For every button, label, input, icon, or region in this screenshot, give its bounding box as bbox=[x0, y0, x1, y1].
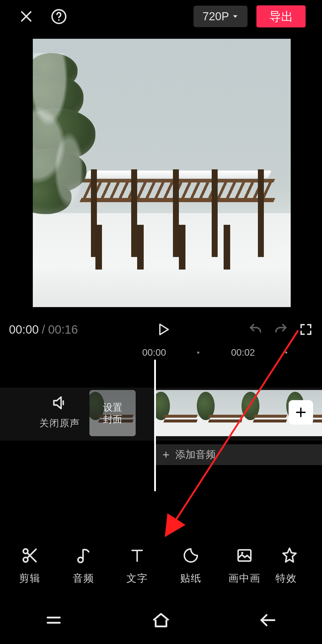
time-duration: 00:16 bbox=[48, 323, 78, 336]
redo-icon bbox=[273, 322, 288, 337]
text-icon bbox=[110, 545, 164, 566]
help-icon bbox=[51, 8, 67, 25]
tool-label: 特效 bbox=[271, 572, 301, 585]
back-icon bbox=[258, 610, 279, 631]
undo-icon bbox=[248, 322, 263, 337]
fullscreen-icon bbox=[299, 322, 313, 337]
close-button[interactable] bbox=[16, 7, 36, 26]
tool-label: 贴纸 bbox=[164, 572, 218, 585]
export-button[interactable]: 导出 bbox=[256, 5, 306, 27]
nav-menu-button[interactable] bbox=[43, 610, 64, 631]
tool-text[interactable]: 文字 bbox=[110, 545, 164, 585]
playhead[interactable] bbox=[154, 360, 156, 491]
nav-home-button[interactable] bbox=[150, 609, 172, 631]
svg-point-1 bbox=[58, 19, 60, 21]
plus-icon bbox=[295, 406, 307, 419]
tool-edit[interactable]: 剪辑 bbox=[3, 545, 57, 585]
nav-back-button[interactable] bbox=[258, 610, 279, 631]
tool-bar: 剪辑 音频 文字 贴纸 画中画 特效 bbox=[0, 535, 322, 595]
resolution-button[interactable]: 720P bbox=[193, 6, 247, 27]
tool-label: 文字 bbox=[110, 572, 164, 585]
system-nav-bar bbox=[0, 596, 322, 644]
star-icon bbox=[271, 545, 301, 566]
tool-sticker[interactable]: 贴纸 bbox=[164, 545, 218, 585]
ruler-tick: 00:02 bbox=[231, 347, 255, 358]
ruler-dot bbox=[197, 352, 199, 354]
undo-button[interactable] bbox=[248, 322, 263, 337]
timeline-area bbox=[0, 361, 322, 489]
close-icon bbox=[18, 9, 34, 24]
pip-icon bbox=[218, 545, 271, 566]
menu-icon bbox=[43, 610, 64, 631]
svg-point-6 bbox=[241, 552, 243, 554]
help-button[interactable] bbox=[49, 7, 69, 26]
tool-fx[interactable]: 特效 bbox=[271, 545, 301, 585]
preview-snow bbox=[33, 213, 291, 307]
top-bar: 720P 导出 bbox=[0, 0, 322, 33]
time-separator: / bbox=[42, 323, 45, 336]
chevron-down-icon bbox=[232, 13, 239, 20]
timeline-ruler[interactable]: 00:00 00:02 bbox=[0, 344, 322, 361]
export-label: 导出 bbox=[269, 8, 293, 25]
time-current: 00:00 bbox=[9, 323, 39, 336]
sticker-icon bbox=[164, 545, 218, 566]
home-icon bbox=[150, 609, 172, 631]
add-clip-button[interactable] bbox=[289, 400, 313, 425]
svg-point-4 bbox=[78, 558, 83, 563]
tool-audio[interactable]: 音频 bbox=[57, 545, 110, 585]
preview-tree bbox=[33, 53, 106, 220]
resolution-label: 720P bbox=[202, 10, 229, 23]
playback-bar: 00:00 / 00:16 bbox=[0, 316, 322, 343]
scissors-icon bbox=[3, 545, 57, 566]
music-note-icon bbox=[57, 545, 110, 566]
play-icon bbox=[155, 322, 171, 337]
tool-label: 画中画 bbox=[218, 572, 271, 585]
tool-label: 音频 bbox=[57, 572, 110, 585]
fullscreen-button[interactable] bbox=[299, 322, 313, 337]
ruler-dot bbox=[285, 352, 287, 354]
play-button[interactable] bbox=[155, 322, 171, 337]
tool-pip[interactable]: 画中画 bbox=[218, 545, 271, 585]
video-preview[interactable] bbox=[33, 39, 291, 307]
redo-button[interactable] bbox=[273, 322, 288, 337]
tool-label: 剪辑 bbox=[3, 572, 57, 585]
ruler-tick: 00:00 bbox=[142, 347, 166, 358]
